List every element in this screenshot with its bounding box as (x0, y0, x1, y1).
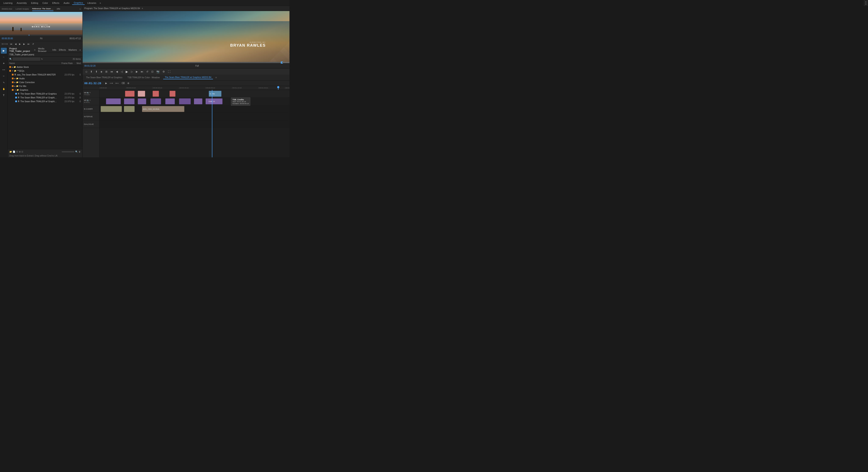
list-item[interactable]: ▶ 📁 Adobe Stock (8, 65, 83, 69)
tab-source[interactable]: 004402.mov (2, 7, 12, 11)
list-item[interactable]: ▶ 📁 For Mix (8, 84, 83, 88)
tl-snap[interactable]: ⊕ (126, 82, 130, 85)
tl-tab-2[interactable]: TSB TRAILER for Color - Meadow (126, 76, 161, 79)
ref-step-fwd-icon[interactable]: ▶ (23, 42, 26, 46)
clip-broll-3[interactable] (138, 98, 146, 104)
new-item-icon[interactable]: 📄 (13, 151, 15, 153)
ref-play-icon[interactable]: ▶ (18, 42, 22, 46)
list-item[interactable]: ≣ The Seam Btwn TRAILER w/ Graphics REVI… (8, 99, 83, 103)
tl-tab-1[interactable]: The Seam Btwn TRAILER w/ Graphics (84, 76, 124, 79)
prog-export-frame[interactable]: 📷 (155, 70, 161, 73)
razor-tool[interactable]: ✂ (1, 73, 7, 79)
clip-bcam-2[interactable] (124, 106, 134, 112)
list-item[interactable]: ▼ 📁 Graphics (8, 88, 83, 92)
clip-broll-5[interactable] (194, 98, 203, 104)
project-menu-icon[interactable]: ≡ (34, 49, 35, 51)
delete-icon[interactable]: 🗑 (79, 151, 81, 153)
clip-broll-1[interactable] (106, 98, 121, 104)
tab-lumetri[interactable]: Lumetri Scopes (16, 7, 29, 11)
clip-broll-4[interactable] (165, 98, 175, 104)
panel-tabs-overflow[interactable]: » (80, 8, 81, 10)
expand-arrow[interactable]: ▶ (14, 82, 16, 83)
project-search-input[interactable] (13, 57, 40, 61)
tab-markers[interactable]: Markers (68, 49, 77, 51)
clip-broll-2[interactable] (124, 98, 134, 104)
list-item[interactable]: ≣ aaa_The Seam Btwn TRAILER MASTER 23.97… (8, 73, 83, 77)
tab-media-browser[interactable]: Media Browser (38, 47, 50, 52)
search-refresh-icon[interactable]: ↻ (41, 58, 43, 60)
prog-lift-icon[interactable]: ⬆ (89, 70, 93, 73)
type-tool[interactable]: T (1, 92, 7, 98)
expand-arrow[interactable]: ▶ (12, 66, 13, 68)
search-icon-footer[interactable]: 🔍 (75, 151, 78, 153)
track-select-tool[interactable]: ↔ (1, 54, 7, 60)
camera-icon[interactable]: 📷 (87, 99, 89, 101)
expand-arrow[interactable]: ▼ (12, 70, 13, 72)
nav-libraries[interactable]: Libraries (86, 1, 98, 5)
camera-icon[interactable]: 📷 (87, 92, 89, 94)
prog-next-edit[interactable]: ⏭ (140, 70, 144, 73)
list-item[interactable]: ≣ The Seam Btwn TRAILER w/ Graphics 23.9… (8, 92, 83, 96)
clip-title-1[interactable] (125, 91, 134, 97)
freeform-view-icon[interactable]: ⊡ (22, 151, 23, 153)
reference-timecode[interactable]: 00:00:35:00 (2, 37, 13, 40)
list-item[interactable]: ≣ The Seam Btwn TRAILER w/ Graphics CHAN… (8, 96, 83, 99)
program-menu-icon[interactable]: ≡ (142, 7, 143, 9)
program-zoom[interactable]: Full (195, 65, 199, 67)
prog-step-back[interactable]: ◀ (115, 70, 119, 73)
tl-menu-icon[interactable]: ≡ (216, 76, 217, 79)
track-content[interactable]: 01_Title_ (100, 90, 289, 157)
prog-add-marker[interactable]: ◇ (84, 70, 88, 73)
clip-title-main[interactable]: 01_Title_ (209, 91, 221, 97)
prog-extract-icon[interactable]: ⬆ (94, 70, 98, 73)
tab-info[interactable]: Info (52, 49, 56, 51)
program-timecode[interactable]: 00:01:32:20 (84, 65, 96, 67)
tab-effects[interactable]: Effe (57, 7, 60, 11)
tl-tab-3[interactable]: The Seam Btwn TRAILER w/ Graphics WEDS B… (163, 76, 213, 79)
expand-arrow[interactable]: ▼ (14, 89, 16, 91)
expand-arrow[interactable]: ▶ (14, 85, 16, 87)
prog-step-fwd-frame[interactable]: ▷ (130, 70, 134, 73)
prog-prev-edit[interactable]: ⏮ (110, 70, 114, 73)
project-title[interactable]: Project: TSB_Trailer_project (9, 47, 32, 52)
nav-audio[interactable]: Audio (62, 1, 71, 5)
program-scrubber[interactable] (83, 62, 289, 63)
clip-title-2[interactable] (138, 91, 145, 97)
clip-bcam-long[interactable]: A001_C004_0213N4L (142, 106, 184, 112)
prog-play[interactable]: ▶ (125, 69, 129, 74)
prog-loop[interactable]: ↺ (145, 70, 149, 73)
rolling-tool[interactable]: ⟺ (1, 67, 7, 73)
clip-title-4[interactable] (169, 91, 176, 97)
hand-tool[interactable]: ✋ (1, 86, 7, 92)
prog-fullscreen[interactable]: ⛶ (167, 70, 172, 73)
tab-effects[interactable]: Effects (59, 49, 66, 51)
tl-track-back[interactable]: ⟵ (115, 82, 120, 85)
nav-assembly[interactable]: Assembly (15, 1, 29, 5)
icon-view-icon[interactable]: ⊞ (19, 151, 21, 153)
nav-learning[interactable]: Learning (2, 1, 14, 5)
nav-more[interactable]: » (99, 1, 102, 5)
reference-zoom[interactable]: Fit (40, 37, 42, 40)
prog-step-fwd[interactable]: ▶ (135, 70, 139, 73)
eye-icon[interactable]: 👁 (89, 92, 91, 94)
ref-prev-icon[interactable]: ⏮ (9, 42, 13, 46)
project-tabs-overflow[interactable]: » (80, 49, 81, 51)
tl-ripple-delete[interactable]: ⌫ (121, 82, 126, 85)
clip-bcam-1[interactable] (101, 106, 122, 112)
eye-icon[interactable]: 👁 (89, 99, 91, 101)
list-item[interactable]: ▶ 📁 Audio (8, 77, 83, 80)
clip-broll-fx2[interactable] (179, 98, 191, 104)
clip-title-3[interactable] (153, 91, 159, 97)
ref-extract-icon[interactable]: ⟵⟶ (1, 42, 8, 46)
list-item[interactable]: ▼ 📁 **SEQs (8, 69, 83, 73)
nav-color[interactable]: Color (41, 1, 50, 5)
ref-step-back-icon[interactable]: ◀ (14, 42, 18, 46)
ref-next-icon[interactable]: ⏭ (27, 42, 31, 46)
clip-c006[interactable]: C006_C0 (208, 98, 222, 104)
pen-tool[interactable]: ✎ (1, 80, 7, 85)
expand-arrow[interactable]: ▶ (14, 78, 16, 80)
ref-loop-icon[interactable]: ↺ (31, 42, 35, 46)
list-item[interactable]: ▶ 📁 Color Correction (8, 80, 83, 84)
nav-editing[interactable]: Editing (29, 1, 40, 5)
prog-settings[interactable]: ⚙ (161, 70, 166, 73)
